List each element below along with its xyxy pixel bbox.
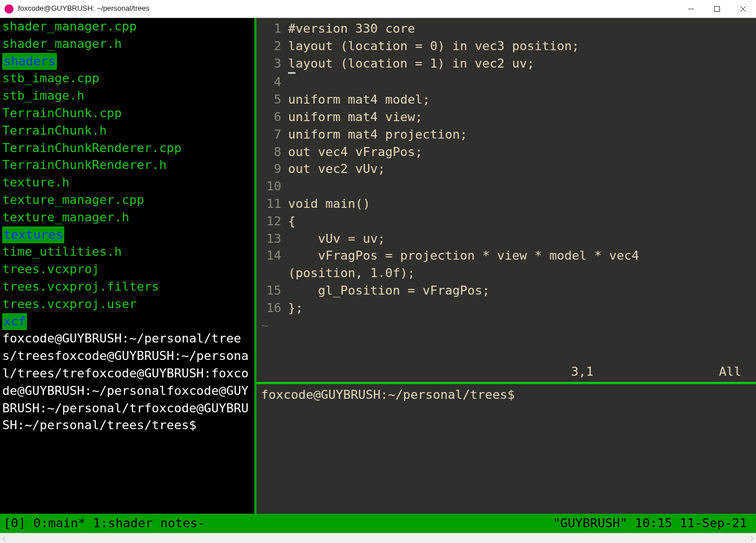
minimize-button[interactable] — [678, 0, 704, 18]
tmux-status-bar[interactable]: [0] 0:main* 1:shader notes- "GUYBRUSH" 1… — [0, 514, 756, 533]
line-number: 8 — [257, 144, 288, 161]
editor-content[interactable]: 1#version 330 core2layout (location = 0)… — [257, 18, 756, 317]
list-item[interactable]: TerrainChunk.cpp — [2, 105, 252, 122]
code-text[interactable]: gl_Position = vFragPos; — [288, 282, 490, 300]
code-line[interactable]: 10 — [257, 178, 756, 195]
code-line[interactable]: 9out vec2 vUv; — [257, 161, 756, 178]
code-text[interactable]: }; — [288, 300, 303, 317]
code-text[interactable]: layout (location = 0) in vec3 position; — [288, 38, 580, 55]
list-item[interactable]: texture_manager.cpp — [2, 192, 252, 209]
line-number: 10 — [257, 178, 288, 195]
vim-cursor-pos: 3,1 — [571, 363, 684, 381]
code-text[interactable]: { — [288, 213, 295, 230]
line-number: 13 — [257, 230, 288, 248]
list-item[interactable]: trees.vcxproj.filters — [2, 278, 252, 296]
line-number: 9 — [257, 161, 288, 178]
code-line[interactable]: 14 vFragPos = projection * view * model … — [257, 247, 756, 265]
shell-prompt[interactable]: foxcode@GUYBRUSH:~/personal/trees$ — [261, 388, 515, 402]
window-scrollbar[interactable]: ❮ ❯ — [0, 533, 756, 543]
code-text[interactable]: out vec4 vFragPos; — [288, 144, 422, 161]
list-item[interactable]: stb_image.cpp — [2, 70, 252, 87]
list-item[interactable]: xcf — [2, 313, 252, 331]
line-number: 5 — [257, 91, 288, 109]
code-line[interactable]: 6uniform mat4 view; — [257, 109, 756, 126]
code-line[interactable]: 4 — [257, 74, 756, 91]
line-number: 6 — [257, 109, 288, 126]
list-item[interactable]: trees.vcxproj — [2, 261, 252, 278]
line-number: 7 — [257, 126, 288, 144]
line-number: 1 — [257, 20, 288, 38]
directory-entry[interactable]: textures — [2, 226, 64, 244]
line-number: 3 — [257, 55, 288, 74]
left-pane[interactable]: shader_manager.cppshader_manager.hshader… — [0, 18, 257, 514]
list-item[interactable]: stb_image.h — [2, 87, 252, 105]
code-line[interactable]: 11void main() — [257, 195, 756, 213]
svg-rect-1 — [715, 6, 720, 11]
code-text[interactable]: uniform mat4 model; — [288, 91, 430, 109]
maximize-button[interactable] — [704, 0, 730, 18]
code-line[interactable]: 1#version 330 core — [257, 20, 756, 38]
list-item[interactable]: time_utilities.h — [2, 243, 252, 261]
vim-scroll-pct: All — [684, 363, 751, 381]
code-text[interactable]: void main() — [288, 195, 370, 213]
line-number: 16 — [257, 300, 288, 317]
list-item[interactable]: texture_manager.h — [2, 209, 252, 226]
close-button[interactable] — [730, 0, 756, 18]
code-line[interactable]: 8out vec4 vFragPos; — [257, 144, 756, 161]
window-titlebar: foxcode@GUYBRUSH: ~/personal/trees — [0, 0, 756, 18]
directory-entry[interactable]: xcf — [2, 313, 27, 331]
window-title: foxcode@GUYBRUSH: ~/personal/trees — [18, 3, 149, 14]
line-number: 15 — [257, 282, 288, 300]
list-item[interactable]: TerrainChunkRenderer.h — [2, 157, 252, 174]
list-item[interactable]: shaders — [2, 53, 252, 70]
code-line[interactable]: 3layout (location = 1) in vec2 uv; — [257, 55, 756, 74]
line-number: 2 — [257, 38, 288, 55]
list-item[interactable]: texture.h — [2, 174, 252, 192]
code-line[interactable]: 16}; — [257, 300, 756, 317]
line-number: 14 — [257, 247, 288, 265]
code-line[interactable]: 2layout (location = 0) in vec3 position; — [257, 38, 756, 55]
list-item[interactable]: shader_manager.h — [2, 35, 252, 53]
code-text[interactable]: layout (location = 1) in vec2 uv; — [288, 55, 534, 74]
list-item[interactable]: TerrainChunk.h — [2, 122, 252, 140]
list-item[interactable]: shader_manager.cpp — [2, 18, 252, 35]
code-line[interactable]: 7uniform mat4 projection; — [257, 126, 756, 144]
list-item[interactable]: TerrainChunkRenderer.cpp — [2, 140, 252, 157]
code-text[interactable]: vFragPos = projection * view * model * v… — [288, 247, 639, 265]
vim-tilde: ~ — [257, 317, 756, 335]
tmux-right: "GUYBRUSH" 10:15 11-Sep-21 — [553, 515, 753, 532]
directory-entry[interactable]: shaders — [2, 53, 57, 70]
vim-status-line: 3,1 All — [257, 363, 756, 382]
code-text[interactable]: vUv = uv; — [288, 230, 385, 248]
code-text[interactable]: uniform mat4 view; — [288, 109, 422, 126]
file-list: shader_manager.cppshader_manager.hshader… — [2, 18, 252, 330]
list-item[interactable]: trees.vcxproj.user — [2, 296, 252, 313]
code-text[interactable]: out vec2 vUv; — [288, 161, 385, 178]
code-line[interactable]: 15 gl_Position = vFragPos; — [257, 282, 756, 300]
line-number: 4 — [257, 74, 288, 91]
list-item[interactable]: textures — [2, 226, 252, 244]
scroll-right-icon[interactable]: ❯ — [750, 534, 754, 542]
code-text[interactable]: uniform mat4 projection; — [288, 126, 467, 144]
editor-pane[interactable]: 1#version 330 core2layout (location = 0)… — [257, 18, 756, 382]
line-number: 12 — [257, 213, 288, 230]
shell-pane[interactable]: foxcode@GUYBRUSH:~/personal/trees$ — [257, 384, 756, 514]
code-text[interactable]: #version 330 core — [288, 20, 415, 38]
line-number: 11 — [257, 195, 288, 213]
app-icon — [5, 5, 14, 14]
tmux-left[interactable]: [0] 0:main* 1:shader notes- — [3, 515, 205, 532]
code-line[interactable]: 13 vUv = uv; — [257, 230, 756, 248]
code-line[interactable]: 12{ — [257, 213, 756, 230]
left-shell-prompt[interactable]: foxcode@GUYBRUSH:~/personal/trees/treesf… — [2, 330, 252, 434]
code-line[interactable]: 5uniform mat4 model; — [257, 91, 756, 109]
scroll-left-icon[interactable]: ❮ — [2, 534, 6, 542]
terminal[interactable]: shader_manager.cppshader_manager.hshader… — [0, 18, 756, 533]
